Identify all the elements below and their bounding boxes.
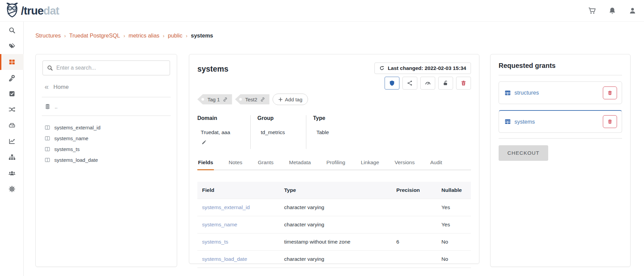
columns-icon — [45, 125, 50, 130]
page-title: systems — [197, 65, 228, 74]
tag-label: Tag 1 — [207, 97, 220, 102]
breadcrumb-separator: › — [186, 33, 188, 39]
columns-icon — [45, 135, 50, 141]
collapse-icon: « — [45, 83, 49, 91]
rail-permissions[interactable] — [0, 70, 24, 86]
bell-icon[interactable] — [608, 7, 616, 15]
field-precision — [392, 199, 437, 216]
cart-icon[interactable] — [588, 7, 596, 15]
field-nullable: No — [437, 233, 471, 251]
checkout-button[interactable]: CHECKOUT — [499, 145, 548, 161]
tree-parent-item[interactable]: .. — [36, 103, 177, 109]
header-type: Type — [279, 182, 392, 199]
group-value: td_metrics — [261, 129, 297, 135]
tab-grants[interactable]: Grants — [257, 156, 274, 170]
rail-tags[interactable] — [0, 38, 24, 54]
field-tree: systems_external_id systems_name systems… — [36, 122, 177, 165]
domain-label: Domain — [197, 115, 242, 121]
tab-notes[interactable]: Notes — [228, 156, 243, 170]
rail-settings[interactable] — [0, 181, 24, 197]
grant-link[interactable]: structures — [514, 90, 539, 96]
chart-line-icon — [8, 138, 16, 145]
tree-field-item[interactable]: systems_name — [36, 133, 177, 144]
rail-taxonomy[interactable] — [0, 149, 24, 165]
tab-linkage[interactable]: Linkage — [360, 156, 380, 170]
parent-label: .. — [55, 104, 57, 109]
columns-icon — [45, 157, 50, 163]
truedat-logo[interactable]: /truedat — [5, 3, 59, 19]
unlock-icon — [443, 80, 449, 86]
field-label: systems_load_date — [54, 157, 98, 163]
field-type: character varying — [279, 199, 392, 216]
field-nullable: No — [437, 251, 471, 268]
tree-field-item[interactable]: systems_external_id — [36, 122, 177, 133]
field-link[interactable]: systems_name — [202, 222, 237, 227]
rail-systems[interactable] — [0, 118, 24, 133]
home-label: Home — [53, 84, 68, 91]
last-changed-label: Last changed: 2022-02-03 15:34 — [388, 65, 466, 71]
requested-grants-panel: Requested grants structures systems CHEC… — [490, 54, 631, 267]
breadcrumb-schema[interactable]: public — [168, 32, 183, 39]
trash-icon — [607, 90, 613, 96]
field-link[interactable]: systems_ts — [202, 239, 228, 245]
breadcrumb: Structures › Truedat PostgreSQL › metric… — [35, 32, 213, 39]
tree-field-item[interactable]: systems_ts — [36, 144, 177, 154]
search-input[interactable] — [56, 65, 166, 71]
user-icon[interactable] — [628, 7, 637, 15]
share-icon — [407, 80, 413, 86]
grant-link[interactable]: systems — [514, 119, 535, 125]
protect-button[interactable] — [385, 77, 399, 90]
tag-chip[interactable]: Tag 1 — [197, 94, 232, 104]
tags-icon — [8, 43, 16, 50]
remove-grant-button[interactable] — [603, 86, 617, 99]
field-precision — [392, 251, 437, 268]
tag-row: Tag 1 Test2 Add tag — [197, 94, 471, 105]
rail-dashboards[interactable] — [0, 133, 24, 149]
breadcrumb-database[interactable]: metrics alias — [129, 32, 160, 39]
share-button[interactable] — [402, 77, 417, 90]
table-row: systems_name character varying Yes — [197, 216, 471, 233]
rail-lineage[interactable] — [0, 102, 24, 118]
table-row: systems_external_id character varying Ye… — [197, 199, 471, 216]
delete-structure-button[interactable] — [456, 77, 471, 90]
table-header-row: Field Type Precision Nullable — [197, 182, 471, 199]
tab-fields[interactable]: Fields — [197, 156, 214, 170]
gauge-icon — [425, 80, 431, 86]
field-link[interactable]: systems_external_id — [202, 204, 250, 210]
brand-name: /truedat — [21, 4, 59, 17]
tag-chip[interactable]: Test2 — [235, 94, 270, 104]
divider — [42, 116, 171, 116]
header-field: Field — [197, 182, 279, 199]
tree-home-item[interactable]: « Home — [36, 83, 177, 91]
add-tag-button[interactable]: Add tag — [273, 94, 308, 105]
grid-icon — [8, 58, 16, 66]
tab-metadata[interactable]: Metadata — [288, 156, 312, 170]
key-icon — [8, 74, 16, 81]
breadcrumb-system[interactable]: Truedat PostgreSQL — [69, 32, 120, 39]
rail-users[interactable] — [0, 165, 24, 181]
tab-profiling[interactable]: Profiling — [326, 156, 346, 170]
rail-quality[interactable] — [0, 86, 24, 102]
remove-grant-button[interactable] — [603, 115, 617, 128]
rail-structures[interactable] — [0, 54, 24, 70]
breadcrumb-separator: › — [163, 33, 165, 39]
profiling-button[interactable] — [420, 77, 435, 90]
last-changed-chip[interactable]: Last changed: 2022-02-03 15:34 — [374, 62, 471, 74]
check-square-icon — [8, 90, 16, 97]
tree-field-item[interactable]: systems_load_date — [36, 154, 177, 165]
table-icon — [504, 118, 511, 125]
breadcrumb-structures[interactable]: Structures — [35, 32, 61, 39]
tab-audit[interactable]: Audit — [429, 156, 443, 170]
tab-versions[interactable]: Versions — [394, 156, 415, 170]
users-icon — [8, 170, 16, 177]
header-nullable: Nullable — [437, 182, 471, 199]
field-link[interactable]: systems_load_date — [202, 256, 247, 262]
rail-search[interactable] — [0, 22, 24, 38]
lock-button[interactable] — [438, 77, 453, 90]
detail-tabs: Fields Notes Grants Metadata Profiling L… — [197, 156, 471, 170]
table-row: systems_ts timestamp without time zone 6… — [197, 233, 471, 251]
type-label: Type — [313, 115, 329, 121]
field-precision: 6 — [392, 233, 437, 251]
pencil-icon[interactable] — [201, 140, 207, 145]
link-icon — [260, 97, 265, 102]
